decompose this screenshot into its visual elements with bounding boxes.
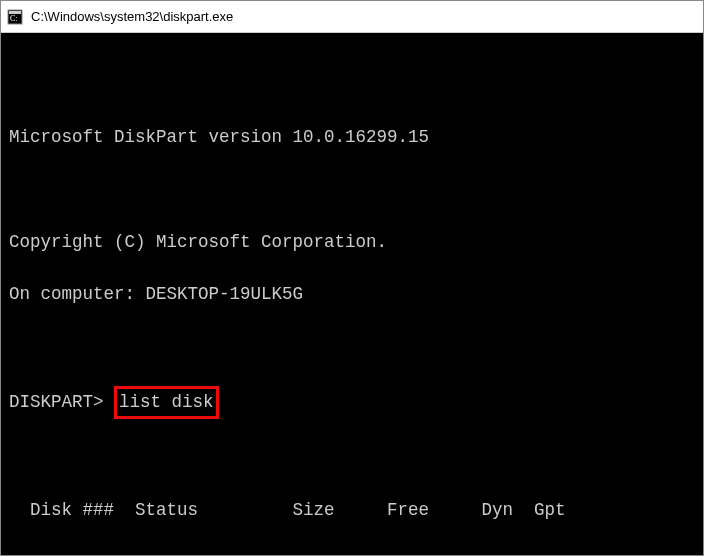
svg-text:C:: C:	[10, 14, 18, 23]
prompt-line-1: DISKPART> list disk	[9, 386, 699, 418]
version-line: Microsoft DiskPart version 10.0.16299.15	[9, 124, 699, 150]
computer-line: On computer: DESKTOP-19ULK5G	[9, 281, 699, 307]
terminal-body[interactable]: Microsoft DiskPart version 10.0.16299.15…	[1, 33, 703, 555]
prompt-label: DISKPART>	[9, 392, 104, 412]
window-title: C:\Windows\system32\diskpart.exe	[31, 9, 233, 24]
disk-table-header: Disk ### Status Size Free Dyn Gpt	[9, 497, 699, 523]
copyright-line: Copyright (C) Microsoft Corporation.	[9, 229, 699, 255]
command-list-disk: list disk	[114, 386, 219, 418]
window-titlebar[interactable]: C: C:\Windows\system32\diskpart.exe	[1, 1, 703, 33]
cmd-icon: C:	[7, 9, 23, 25]
disk-table-divider: -------- ------------- ------- ------- -…	[9, 550, 699, 555]
